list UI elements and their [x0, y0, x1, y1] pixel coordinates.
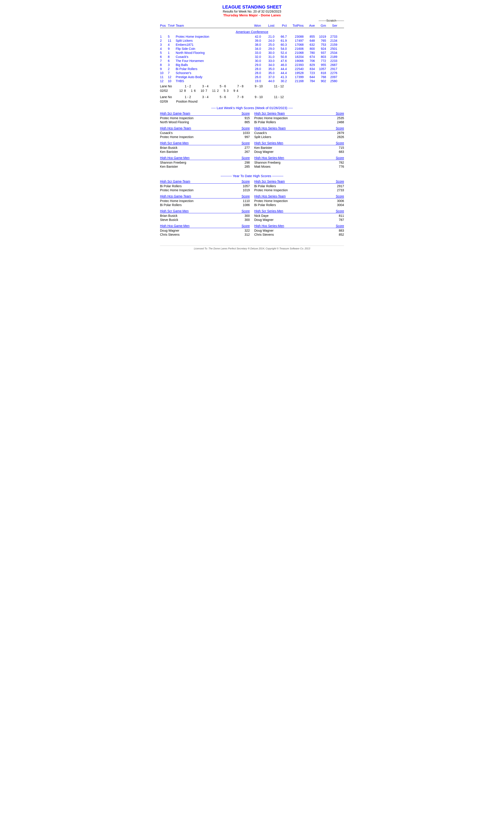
- table-row: 1 5 Protec Home Inspection 42.0 21.0 66.…: [160, 35, 344, 38]
- score-entry-value: 811: [339, 214, 344, 218]
- score-entry-name: Bi Polar Rollers: [254, 203, 276, 207]
- score-block-header: High Scr Series-Men Score: [254, 141, 344, 145]
- score-entry-value: 300: [245, 214, 250, 218]
- team-tm: 7: [168, 71, 176, 75]
- score-category-label: High Scr Series-Men: [254, 141, 283, 145]
- score-column-label: Score: [336, 194, 344, 198]
- team-pos: 1: [160, 35, 168, 38]
- team-pos: 2: [160, 39, 168, 42]
- team-name: Bi Polar Rollers: [176, 67, 247, 71]
- team-lost: 37.0: [261, 75, 274, 79]
- score-entry-value: 1057: [243, 184, 250, 188]
- table-row: 11 12 Prestige Auto Body 26.0 37.0 41.3 …: [160, 75, 344, 79]
- team-ser: 2097: [326, 75, 337, 79]
- score-column-label: Score: [336, 156, 344, 160]
- team-totpins: 19066: [287, 59, 304, 63]
- team-ser: 2687: [326, 63, 337, 67]
- score-category-label: High Scr Game-Team: [160, 112, 190, 115]
- team-tm: 9: [168, 47, 176, 51]
- ytd-header: ---------- Year To Date High Scores ----…: [160, 174, 344, 178]
- team-tm: 11: [168, 39, 176, 42]
- score-entry-value: 277: [245, 146, 250, 149]
- team-pos: 8: [160, 63, 168, 67]
- score-block: High Hcp Series-Men Score Shannon Freebe…: [254, 156, 344, 169]
- score-column-label: Score: [336, 179, 344, 183]
- team-ave: 723: [304, 71, 315, 75]
- table-row: 5 1 North Wood Flooring 33.0 30.0 52.4 2…: [160, 51, 344, 55]
- score-entry-value: 852: [339, 233, 344, 236]
- team-totpins: 17399: [287, 75, 304, 79]
- lane-date-2: 02/09: [160, 100, 171, 103]
- list-item: Chris Stevens 312: [160, 233, 250, 237]
- score-entry-name: Brian Busick: [160, 214, 178, 218]
- score-block: High Scr Series-Men Score Nick Daye 811 …: [254, 209, 344, 222]
- team-won: 19.0: [247, 79, 261, 83]
- team-ave: 674: [304, 55, 315, 59]
- lane-v4: 6: [194, 89, 196, 92]
- lane-v9: 5: [224, 89, 226, 92]
- page-title: LEAGUE STANDING SHEET: [160, 4, 344, 10]
- team-tm: 12: [168, 75, 176, 79]
- list-item: Shannon Freeberg 298: [160, 161, 250, 165]
- table-row: 9 2 Bi Polar Rollers 28.0 35.0 44.4 2254…: [160, 67, 344, 71]
- team-lost: 34.0: [261, 63, 274, 67]
- score-entry-name: Matt Moses: [254, 165, 270, 168]
- last-week-scores-grid: High Scr Game-Team Score Protec Home Ins…: [160, 112, 344, 171]
- list-item: Protec Home Inspection 915: [160, 116, 250, 120]
- score-entry-name: Doug Wagner: [160, 229, 179, 232]
- team-lost: 24.0: [261, 39, 274, 42]
- team-pos: 5: [160, 51, 168, 55]
- team-totpins: 21168: [287, 79, 304, 83]
- score-block: High Scr Series-Men Score Ken Banister 7…: [254, 141, 344, 154]
- score-block-header: High Hcp Game-Men Score: [160, 156, 250, 160]
- team-won: 38.0: [247, 43, 261, 47]
- team-name: Big Balls: [176, 63, 247, 67]
- score-entry-name: Shannon Freeberg: [160, 161, 186, 164]
- team-tm: 4: [168, 43, 176, 47]
- team-won: 32.0: [247, 55, 261, 59]
- list-item: North Wood Flooring 865: [160, 120, 250, 124]
- lane-range-2-5: 9 - 10: [255, 95, 263, 99]
- team-gm: 772: [315, 59, 326, 63]
- footer: Licensed To: The Dome Lanes Perfect Secr…: [160, 246, 344, 250]
- score-entry-name: Cusack's: [254, 131, 267, 135]
- team-pct: 46.0: [274, 63, 287, 67]
- score-entry-name: Doug Wagner: [254, 218, 273, 222]
- team-ave: 648: [304, 39, 315, 42]
- list-item: Ken Banister 267: [160, 150, 250, 154]
- score-category-label: High Scr Series-Team: [254, 179, 285, 183]
- score-entry-value: 1110: [243, 199, 250, 203]
- score-column-label: Score: [336, 209, 344, 213]
- col-pct-header: Pct: [274, 24, 287, 27]
- team-pct: 52.4: [274, 51, 287, 55]
- team-ser: 2917: [326, 67, 337, 71]
- lane-v12: 4: [237, 89, 238, 92]
- list-item: Cusack's 2879: [254, 131, 344, 135]
- col-totpins-header: TotPins: [287, 24, 304, 27]
- score-entry-name: Chris Stevens: [160, 233, 180, 236]
- team-gm: 902: [315, 79, 326, 83]
- list-item: Protec Home Inspection 3006: [254, 199, 344, 203]
- score-block-header: High Hcp Game-Men Score: [160, 224, 250, 228]
- team-name: The Four Horsemen: [176, 59, 247, 63]
- team-pct: 47.6: [274, 59, 287, 63]
- team-pct: 50.8: [274, 55, 287, 59]
- lane-range-1-6: 11 - 12: [274, 84, 284, 88]
- score-block-header: High Hcp Series-Team Score: [254, 194, 344, 198]
- score-category-label: High Hcp Series-Team: [254, 126, 286, 130]
- team-gm: 818: [315, 71, 326, 75]
- score-entry-value: 2879: [337, 131, 344, 135]
- score-category-label: High Hcp Game-Men: [160, 224, 189, 228]
- lane-range-2-2: 3 - 4: [202, 95, 208, 99]
- team-gm: 765: [315, 39, 326, 42]
- team-tm: 5: [168, 35, 176, 38]
- score-entry-value: 2733: [337, 188, 344, 192]
- team-ave: 784: [304, 79, 315, 83]
- lane-header-2: Lane No: [160, 95, 178, 99]
- score-category-label: High Scr Game-Men: [160, 209, 189, 213]
- score-entry-value: 2468: [337, 120, 344, 124]
- team-ser: 2189: [326, 55, 337, 59]
- team-tm: 8: [168, 55, 176, 59]
- score-entry-name: Protec Home Inspection: [160, 116, 194, 120]
- team-gm: 753: [315, 43, 326, 47]
